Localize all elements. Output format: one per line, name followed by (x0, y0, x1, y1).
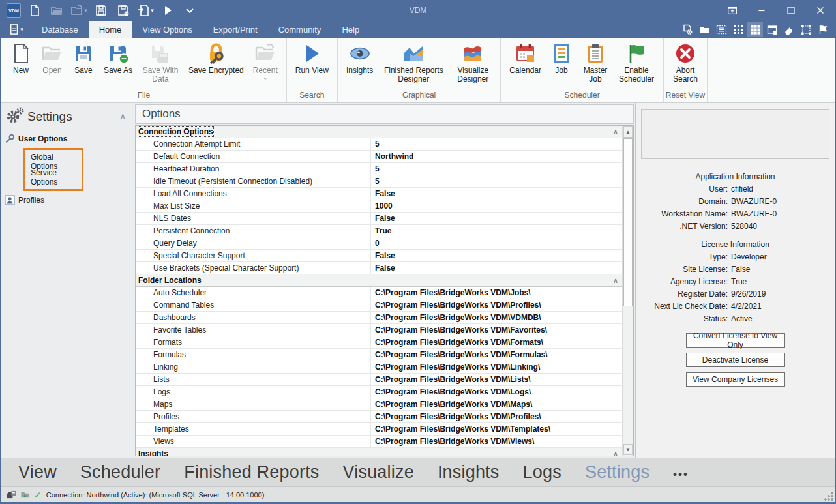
section-header-insights[interactable]: Insights∧ (136, 448, 622, 456)
sidebar-item-service-options[interactable]: Service Options (25, 170, 82, 185)
scroll-down-icon[interactable]: ▼ (623, 444, 633, 455)
bottom-tab-visualize[interactable]: Visualize (343, 462, 414, 482)
property-row-favorite-tables[interactable]: Favorite TablesC:\Program Files\BridgeWo… (136, 324, 622, 336)
property-row-auto-scheduler[interactable]: Auto SchedulerC:\Program Files\BridgeWor… (136, 287, 622, 299)
property-value[interactable]: 5 (371, 163, 622, 175)
property-value[interactable]: C:\Program Files\BridgeWorks VDM\Maps\ (371, 398, 622, 410)
property-value[interactable]: 0 (371, 237, 622, 249)
property-value[interactable]: C:\Program Files\BridgeWorks VDM\Profile… (371, 411, 622, 422)
ribbon-button-insights[interactable]: Insights (342, 40, 378, 75)
collapse-chevron-icon[interactable]: ∧ (613, 128, 618, 136)
property-row-idle-timeout-persistent-connection-disabled[interactable]: Idle Timeout (Persistent Connection Disa… (136, 175, 622, 188)
tab-export-print[interactable]: Export/Print (203, 21, 268, 38)
toolbar-options-icon[interactable] (181, 3, 198, 18)
ribbon-button-run-view[interactable]: Run View (291, 40, 333, 75)
vertical-scrollbar[interactable]: ▲ ▼ (622, 126, 633, 456)
scrollbar-track[interactable] (623, 306, 633, 443)
deactivate-license-button[interactable]: Deactivate License (686, 353, 785, 367)
property-value[interactable]: False (371, 262, 622, 274)
property-value[interactable]: False (371, 213, 622, 224)
property-row-logs[interactable]: LogsC:\Program Files\BridgeWorks VDM\Log… (136, 386, 622, 398)
close-icon[interactable] (805, 0, 835, 21)
tab-help[interactable]: Help (331, 21, 370, 38)
ribbon-button-save[interactable]: Save (68, 40, 99, 75)
property-row-connection-attempt-limit[interactable]: Connection Attempt Limit5 (136, 138, 622, 151)
property-value[interactable]: C:\Program Files\BridgeWorks VDM\Profile… (371, 299, 622, 311)
property-value[interactable]: C:\Program Files\BridgeWorks VDM\VDMDB\ (371, 312, 622, 323)
property-row-lists[interactable]: ListsC:\Program Files\BridgeWorks VDM\Li… (136, 374, 622, 386)
property-row-formulas[interactable]: FormulasC:\Program Files\BridgeWorks VDM… (136, 349, 622, 361)
flag-icon[interactable] (815, 22, 831, 37)
selection-frame-icon[interactable] (798, 22, 814, 37)
property-row-command-tables[interactable]: Command TablesC:\Program Files\BridgeWor… (136, 299, 622, 312)
property-value[interactable]: True (371, 225, 622, 237)
property-value[interactable]: 1000 (371, 200, 622, 212)
property-row-heartbeat-duration[interactable]: Heartbeat Duration5 (136, 163, 622, 175)
ribbon-button-abort-search[interactable]: Abort Search (668, 40, 703, 83)
property-row-templates[interactable]: TemplatesC:\Program Files\BridgeWorks VD… (136, 423, 622, 436)
ribbon-button-save-as[interactable]: Save As (99, 40, 137, 75)
run-icon[interactable] (159, 3, 176, 18)
export-icon[interactable]: ▾ (137, 3, 154, 18)
property-row-use-brackets-special-character-support[interactable]: Use Brackets (Special Character Support)… (136, 262, 622, 274)
report-gear-icon[interactable] (679, 22, 695, 37)
ribbon-button-finished-reports-designer[interactable]: Finished Reports Designer (378, 40, 449, 83)
property-value[interactable]: C:\Program Files\BridgeWorks VDM\Views\ (371, 436, 622, 447)
ribbon-button-calendar[interactable]: Calendar (505, 40, 546, 75)
new-file-icon[interactable] (26, 3, 43, 18)
sidebar-item-profiles[interactable]: Profiles (18, 192, 134, 208)
tab-home[interactable]: Home (89, 21, 132, 38)
property-row-formats[interactable]: FormatsC:\Program Files\BridgeWorks VDM\… (136, 336, 622, 349)
tab-database[interactable]: Database (31, 21, 89, 38)
section-header-connection-options[interactable]: Connection Options∧ (136, 126, 622, 138)
property-row-maps[interactable]: MapsC:\Program Files\BridgeWorks VDM\Map… (136, 398, 622, 411)
property-value[interactable]: False (371, 188, 622, 200)
property-row-max-list-size[interactable]: Max List Size1000 (136, 200, 622, 213)
property-row-views[interactable]: ViewsC:\Program Files\BridgeWorks VDM\Vi… (136, 436, 622, 448)
property-value[interactable]: C:\Program Files\BridgeWorks VDM\Favorit… (371, 324, 622, 336)
ribbon-button-visualize-designer[interactable]: Visualize Designer (449, 40, 496, 83)
sidebar-item-global-options[interactable]: Global Options (25, 154, 82, 170)
property-value[interactable]: C:\Program Files\BridgeWorks VDM\Lists\ (371, 374, 622, 385)
view-company-licenses-button[interactable]: View Company Licenses (686, 372, 785, 387)
property-row-profiles[interactable]: ProfilesC:\Program Files\BridgeWorks VDM… (136, 411, 622, 423)
bottom-tab-more[interactable]: ••• (673, 464, 689, 481)
maximize-icon[interactable] (776, 0, 805, 21)
dashed-list-icon[interactable] (713, 22, 729, 37)
minimize-icon[interactable] (747, 0, 776, 21)
app-menu-icon[interactable]: ▾ (1, 21, 31, 38)
save-as-icon[interactable] (115, 3, 132, 18)
property-value[interactable]: C:\Program Files\BridgeWorks VDM\Templat… (371, 423, 622, 435)
property-value[interactable]: C:\Program Files\BridgeWorks VDM\Formats… (371, 336, 622, 348)
bottom-tab-finished-reports[interactable]: Finished Reports (184, 462, 319, 482)
bottom-tab-insights[interactable]: Insights (438, 462, 500, 482)
scroll-up-icon[interactable]: ▲ (623, 126, 633, 138)
property-row-persistent-connection[interactable]: Persistent ConnectionTrue (136, 225, 622, 237)
property-value[interactable]: False (371, 250, 622, 261)
property-value[interactable]: 5 (371, 175, 622, 187)
property-value[interactable]: Northwind (371, 151, 622, 162)
collapse-chevron-icon[interactable]: ∧ (119, 111, 128, 121)
grid-icon[interactable] (747, 22, 763, 37)
property-row-dashboards[interactable]: DashboardsC:\Program Files\BridgeWorks V… (136, 312, 622, 324)
ribbon-button-save-encrypted[interactable]: Save Encrypted (184, 40, 248, 75)
property-row-load-all-connections[interactable]: Load All ConnectionsFalse (136, 188, 622, 200)
bottom-tab-settings[interactable]: Settings (585, 462, 649, 482)
scrollbar-thumb[interactable] (623, 138, 633, 306)
property-value[interactable]: C:\Program Files\BridgeWorks VDM\Logs\ (371, 386, 622, 398)
save-icon[interactable] (93, 3, 110, 18)
eraser-icon[interactable] (781, 22, 797, 37)
ribbon-button-enable-scheduler[interactable]: Enable Scheduler (614, 40, 659, 83)
folder-icon[interactable] (696, 22, 712, 37)
property-row-default-connection[interactable]: Default ConnectionNorthwind (136, 151, 622, 163)
property-value[interactable]: C:\Program Files\BridgeWorks VDM\Jobs\ (371, 287, 622, 299)
dot-grid-icon[interactable] (730, 22, 746, 37)
property-value[interactable]: C:\Program Files\BridgeWorks VDM\Linking… (371, 361, 622, 373)
collapse-chevron-icon[interactable]: ∧ (613, 450, 618, 456)
convert-license-to-view-only-button[interactable]: Convert License to View Only (686, 333, 785, 348)
dock-panel-icon[interactable] (717, 0, 747, 21)
section-header-folder-locations[interactable]: Folder Locations∧ (136, 274, 622, 287)
tab-community[interactable]: Community (268, 21, 332, 38)
collapse-chevron-icon[interactable]: ∧ (613, 276, 618, 285)
calendar-edit-icon[interactable] (764, 22, 780, 37)
